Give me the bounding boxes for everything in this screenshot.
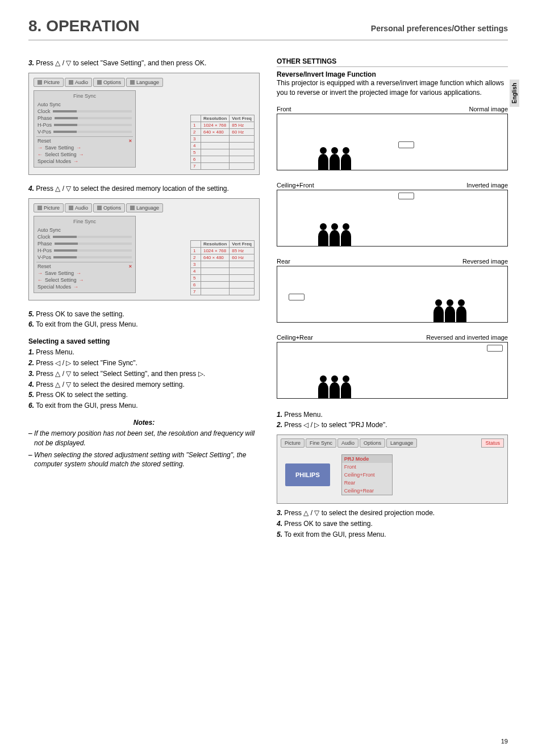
arrow-right-icon: ← [37, 152, 43, 157]
panel-row-save: →Save Setting→ [36, 270, 133, 277]
note-1: – If the memory position has not been se… [28, 429, 260, 448]
projection-front: FrontNormal image [277, 106, 508, 170]
picture-icon [37, 80, 42, 85]
arrow-right-icon: → [37, 270, 43, 276]
osd-panel: Fine Sync Auto Sync Clock Phase H-Pos V-… [34, 216, 136, 293]
philips-logo: PHILIPS [285, 463, 330, 486]
osd-tab-audio: Audio [65, 78, 92, 87]
arrow-right-icon: ← [37, 277, 43, 283]
panel-row-special: Special Modes→ [36, 158, 133, 165]
audience-icon [318, 230, 351, 246]
slider [53, 131, 132, 133]
notes-title: Notes: [28, 419, 260, 427]
panel-row-vpos: V-Pos [36, 254, 133, 261]
prj-menu-rear: Rear [342, 479, 392, 487]
sel-step-2: 2. Press ◁ / ▷ to select "Fine Sync". [28, 358, 260, 368]
osd-tab-language: Language [386, 438, 417, 448]
arrow-right-icon: → [76, 270, 81, 276]
panel-row-phase: Phase [36, 240, 133, 247]
osd-tab-options: Options [360, 438, 385, 448]
osd-panel: Fine Sync Auto Sync Clock Phase H-Pos V-… [34, 90, 136, 168]
page-header: 8. OPERATION Personal preferences/Other … [28, 17, 508, 40]
osd-tabs: Picture Audio Options Language [34, 78, 255, 87]
step-4: 4. Press △ / ▽ to select the desired mem… [28, 184, 260, 194]
right-step-1: 1. Press Menu. [277, 410, 508, 420]
panel-row-select: ←Select Setting→ [36, 151, 133, 158]
osd-tab-options: Options [93, 203, 125, 212]
step-3: 3. Press △ / ▽ to select "Save Setting",… [28, 59, 260, 68]
arrow-right-icon: → [79, 277, 84, 283]
osd-tab-options: Options [93, 78, 125, 87]
slider [55, 243, 132, 245]
step-number: 4. [28, 185, 34, 193]
slider [54, 249, 132, 252]
panel-row-vpos: V-Pos [36, 128, 133, 135]
osd-tab-audio: Audio [65, 203, 92, 212]
panel-row-clock: Clock [36, 233, 133, 240]
panel-title: Fine Sync [36, 219, 133, 224]
projection-rear: RearReversed image [277, 258, 508, 323]
arrow-right-icon: → [73, 158, 78, 164]
panel-row-special: Special Modes→ [36, 283, 133, 290]
arrow-right-icon: → [79, 152, 84, 157]
arrow-right-icon: → [76, 145, 81, 151]
panel-title: Fine Sync [36, 93, 133, 99]
osd-tab-language: Language [126, 203, 163, 212]
language-side-tab: English [510, 80, 519, 107]
step-5: 5. Press OK to save the setting. [28, 310, 260, 319]
options-icon [97, 206, 102, 210]
prj-menu-front: Front [342, 463, 392, 471]
audio-icon [69, 206, 73, 210]
audio-icon [69, 80, 73, 85]
step-6: 6. To exit from the GUI, press Menu. [28, 320, 260, 329]
note-2: – When selecting the stored adjustment s… [28, 450, 260, 470]
step-text: Press △ / ▽ to select "Save Setting", an… [36, 59, 206, 67]
section-title: Personal preferences/Other settings [371, 24, 508, 33]
sel-step-4: 4. Press △ / ▽ to select the desired mem… [28, 380, 260, 390]
osd-tab-language: Language [126, 78, 163, 87]
panel-row-hpos: H-Pos [36, 247, 133, 254]
osd-screenshot-2: Picture Audio Options Language Fine Sync… [28, 198, 260, 300]
projection-ceiling-rear: Ceiling+RearReversed and inverted image [277, 334, 508, 399]
osd-tab-finesync: Fine Sync [306, 438, 336, 448]
osd-tab-audio: Audio [337, 438, 358, 448]
prj-mode-menu: PRJ Mode Front Ceiling+Front Rear Ceilin… [341, 454, 393, 495]
chapter-title: 8. OPERATION [28, 17, 140, 35]
panel-row-autosync: Auto Sync [36, 227, 133, 233]
panel-row-reset: Reset× [36, 262, 133, 270]
reverse-heading: Reverse/Invert Image Function [277, 70, 508, 78]
arrow-right-icon: → [73, 284, 78, 290]
slider [53, 256, 132, 258]
right-step-2: 2. Press ◁ / ▷ to select "PRJ Mode". [277, 420, 508, 430]
right-step-4: 4. Press OK to save the setting. [277, 519, 508, 529]
prj-menu-ceiling-front: Ceiling+Front [342, 471, 392, 479]
osd-tab-picture: Picture [34, 78, 64, 87]
prj-menu-ceiling-rear: Ceiling+Rear [342, 487, 392, 495]
projector-icon [398, 141, 414, 148]
step-number: 3. [28, 59, 34, 67]
arrow-right-icon: → [37, 145, 43, 151]
step-text: Press △ / ▽ to select the desired memory… [36, 185, 229, 193]
other-settings-heading: OTHER SETTINGS [277, 57, 508, 67]
resolution-table: ResolutionVert Freq 11024 × 76885 Hz 264… [190, 115, 255, 170]
panel-row-save: →Save Setting→ [36, 144, 133, 151]
sel-step-1: 1. Press Menu. [28, 348, 260, 357]
panel-row-select: ←Select Setting→ [36, 277, 133, 283]
slider [54, 124, 132, 126]
sel-step-5: 5. Press OK to select the setting. [28, 390, 260, 400]
projector-icon [487, 345, 503, 352]
reverse-description: This projector is equipped with a revers… [277, 78, 508, 98]
osd-tab-picture: Picture [281, 438, 305, 448]
audience-icon [433, 306, 466, 322]
right-column: OTHER SETTINGS Reverse/Invert Image Func… [277, 57, 508, 541]
panel-row-autosync: Auto Sync [36, 101, 133, 108]
picture-icon [37, 206, 42, 210]
selecting-heading: Selecting a saved setting [28, 337, 260, 345]
slider [53, 110, 132, 112]
projector-icon [289, 294, 305, 300]
close-icon: × [129, 138, 132, 144]
status-button: Status [481, 438, 504, 448]
resolution-table: ResolutionVert Freq 11024 × 76885 Hz 264… [190, 240, 255, 295]
osd-tabs: Picture Audio Options Language [34, 203, 255, 212]
projector-icon [398, 193, 414, 199]
